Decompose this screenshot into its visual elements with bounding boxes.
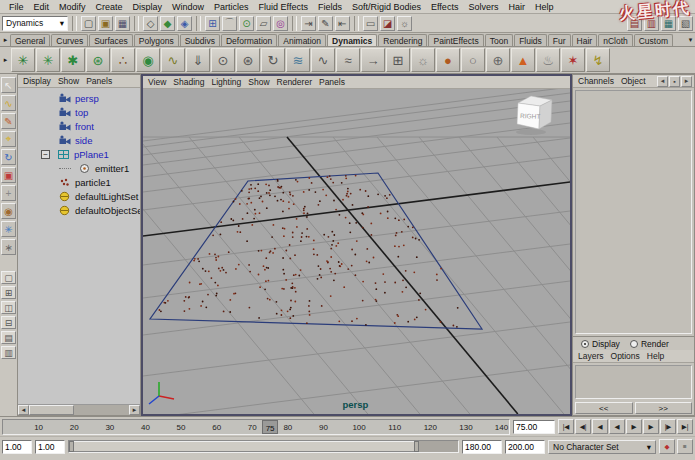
scale-tool[interactable]: ▣ [1,167,16,183]
shelf-tab-custom[interactable]: Custom [634,34,673,46]
manip-mode-fast-icon[interactable]: ▸ [681,76,692,87]
two-pane-side-layout-button[interactable]: ◫ [1,301,16,314]
shelf-tab-dynamics[interactable]: Dynamics [327,34,377,46]
menu-particles[interactable]: Particles [209,2,254,12]
two-pane-stacked-layout-button[interactable]: ⊟ [1,316,16,329]
shelf-tab-animation[interactable]: Animation [278,34,326,46]
newton-field-icon[interactable]: ⊙ [211,48,235,72]
rotate-tool[interactable]: ↻ [1,149,16,165]
step-forward-key-button[interactable]: |▶ [660,419,676,434]
smoke-effect-icon[interactable]: ♨ [536,48,560,72]
outliner-item-side[interactable]: side [18,133,140,147]
layer-options-menu[interactable]: Options [611,351,640,361]
manip-mode-medium-icon[interactable]: ▪ [669,76,680,87]
create-springs-icon[interactable]: ∿ [161,48,185,72]
construction-history-icon[interactable]: ✎ [318,16,333,31]
outliner-item-particle1[interactable]: particle1 [18,175,140,189]
range-end-handle[interactable] [414,441,419,452]
select-by-hierarchy-icon[interactable]: ◇ [143,16,158,31]
snap-to-view-plane-icon[interactable]: ▱ [256,16,271,31]
lightning-effect-icon[interactable]: ↯ [586,48,610,72]
menu-fields[interactable]: Fields [313,2,347,12]
shelf-tab-deformation[interactable]: Deformation [221,34,277,46]
fire-effect-icon[interactable]: ▲ [511,48,535,72]
shelf-tab-subdivs[interactable]: Subdivs [180,34,220,46]
go-to-end-button[interactable]: ▶| [677,419,693,434]
volume-axis-field-icon[interactable]: ⊞ [386,48,410,72]
make-live-icon[interactable]: ◎ [273,16,288,31]
outliner-item-defaultlightset[interactable]: defaultLightSet [18,189,140,203]
collapse-left-button[interactable]: << [575,402,633,414]
new-scene-icon[interactable]: ▢ [81,16,96,31]
outliner-persp-layout-button[interactable]: ▥ [1,346,16,359]
playback-end-field[interactable] [462,440,502,454]
vortex-field-icon[interactable]: ↻ [261,48,285,72]
shelf-tab-general[interactable]: General [10,34,50,46]
range-slider-bar[interactable] [69,441,419,452]
collapse-right-button[interactable]: >> [635,402,693,414]
shelf-tab-hair[interactable]: Hair [572,34,598,46]
character-set-selector[interactable]: No Character Set ▾ [548,440,656,454]
menu-solvers[interactable]: Solvers [463,2,503,12]
passive-rigid-body-icon[interactable]: ○ [461,48,485,72]
viewport-view-menu[interactable]: View [148,77,166,87]
viewport-renderer-menu[interactable]: Renderer [277,77,312,87]
fireworks-effect-icon[interactable]: ✶ [561,48,585,72]
step-forward-frame-button[interactable]: ▶ [643,419,659,434]
menu-display[interactable]: Display [128,2,168,12]
turbulence-field-icon[interactable]: ≈ [336,48,360,72]
viewport-panels-menu[interactable]: Panels [319,77,345,87]
range-start-handle[interactable] [69,441,74,452]
outliner-horizontal-scrollbar[interactable]: ◄ ► [18,404,140,415]
time-slider-track[interactable]: 1020304050607080901001101201301401501601… [2,419,510,435]
channel-box-toggle-icon[interactable]: ▦ [661,16,676,31]
outliner-item-persp[interactable]: persp [18,91,140,105]
go-to-start-button[interactable]: |◀ [558,419,574,434]
last-tool[interactable]: ∗ [1,239,16,255]
channel-box-attribute-area[interactable] [575,90,692,334]
step-back-key-button[interactable]: ◀| [575,419,591,434]
shelf-tab-fluids[interactable]: Fluids [514,34,547,46]
snap-to-grid-icon[interactable]: ⊞ [205,16,220,31]
snap-to-point-icon[interactable]: ⊙ [239,16,254,31]
volume-emitter-icon[interactable]: ✱ [61,48,85,72]
shelf-tab-painteffects[interactable]: PaintEffects [428,34,483,46]
shelf-tab-ncloth[interactable]: nCloth [598,34,633,46]
four-pane-layout-button[interactable]: ⊞ [1,286,16,299]
emitter-icon[interactable]: ✳ [11,48,35,72]
outliner-item-front[interactable]: front [18,119,140,133]
shelf-tab-toon[interactable]: Toon [485,34,513,46]
menu-edit[interactable]: Edit [29,2,55,12]
radial-field-icon[interactable]: ⊛ [236,48,260,72]
viewport-shading-menu[interactable]: Shading [173,77,204,87]
play-forwards-button[interactable]: ▶ [626,419,642,434]
animation-start-field[interactable] [2,440,32,454]
menu-set-selector[interactable]: Dynamics ▾ [2,16,68,31]
paint-select-tool[interactable]: ✎ [1,113,16,129]
active-rigid-body-icon[interactable]: ● [436,48,460,72]
menu-effects[interactable]: Effects [426,2,463,12]
directional-emitter-icon[interactable]: ✳ [36,48,60,72]
layer-list[interactable] [575,365,692,399]
viewport-show-menu[interactable]: Show [248,77,269,87]
particle-tool-icon[interactable]: ∴ [111,48,135,72]
air-field-icon[interactable]: ≋ [286,48,310,72]
single-pane-layout-button[interactable]: ▢ [1,271,16,284]
outliner-item-pplane1[interactable]: −pPlane1 [18,147,140,161]
step-back-frame-button[interactable]: ◀ [592,419,608,434]
shelf-tab-rendering[interactable]: Rendering [378,34,427,46]
move-tool[interactable]: ⌖ [1,131,16,147]
menu-window[interactable]: Window [167,2,209,12]
tool-settings-toggle-icon[interactable]: ▥ [644,16,659,31]
display-radio[interactable]: Display [581,339,620,349]
current-time-field[interactable] [513,420,555,434]
select-by-object-icon[interactable]: ◆ [160,16,175,31]
scroll-right-icon[interactable]: ► [129,405,140,415]
drag-field-icon[interactable]: ∿ [311,48,335,72]
three-pane-layout-button[interactable]: ▤ [1,331,16,344]
collapse-arrow-icon[interactable]: ▸ [1,47,10,73]
render-radio[interactable]: Render [630,339,669,349]
scrollbar-track[interactable] [29,405,129,415]
shelf-tab-surfaces[interactable]: Surfaces [89,34,133,46]
menu-file[interactable]: File [4,2,29,12]
